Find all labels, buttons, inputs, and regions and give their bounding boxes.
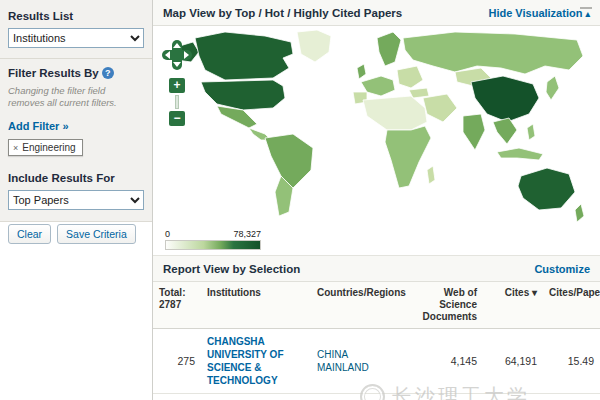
zoom-in-button[interactable]: + — [169, 78, 185, 93]
results-list-select[interactable]: Institutions — [8, 28, 144, 48]
map-region-canada[interactable] — [195, 32, 293, 80]
sort-desc-icon: ▾ — [532, 287, 537, 298]
country-link[interactable]: CHINA MAINLAND — [317, 349, 369, 373]
map-region-middle-east[interactable] — [423, 94, 457, 122]
map-region-north-africa[interactable] — [363, 96, 427, 130]
column-cites-sort[interactable]: Cites ▾ — [483, 282, 543, 329]
add-filter-link[interactable]: Add Filter » — [8, 120, 69, 132]
zoom-out-button[interactable]: − — [169, 111, 185, 126]
esi-app: Results List Institutions Filter Results… — [0, 0, 600, 400]
column-institutions: Institutions — [201, 282, 311, 329]
legend-gradient-bar — [165, 240, 261, 250]
row-cites: 64,191 — [483, 329, 543, 394]
remove-filter-icon[interactable]: × — [13, 143, 18, 153]
column-countries-regions: Countries/Regions — [311, 282, 403, 329]
sidebar-divider — [0, 58, 152, 59]
help-icon[interactable]: ? — [102, 67, 114, 79]
main-content: Map View by Top / Hot / Highly Cited Pap… — [153, 0, 600, 400]
map-region-new-zealand[interactable] — [575, 204, 584, 222]
report-title: Report View by Selection — [163, 263, 300, 275]
map-title: Map View by Top / Hot / Highly Cited Pap… — [163, 7, 402, 19]
map-region-japan[interactable] — [546, 76, 559, 100]
world-choropleth-map — [165, 30, 589, 228]
institution-link[interactable]: CHANGSHA UNIVERSITY OF SCIENCE & TECHNOL… — [207, 336, 284, 386]
column-total: Total: 2787 — [153, 282, 201, 329]
pan-right-icon[interactable] — [184, 51, 189, 59]
map-legend: 0 78,327 — [165, 229, 261, 250]
filter-chip-label: Engineering — [22, 142, 75, 153]
collapse-arrow-icon: ▴ — [585, 9, 590, 19]
row-documents: 4,145 — [403, 329, 483, 394]
top-right-dash — [580, 7, 592, 9]
include-results-select[interactable]: Top Papers — [8, 190, 144, 210]
map-zoom-control: + − — [169, 78, 185, 126]
map-region-brazil[interactable] — [265, 134, 313, 188]
report-header-bar: Report View by Selection Customize — [153, 256, 600, 282]
map-region-australia[interactable] — [518, 168, 575, 210]
map-region-madagascar[interactable] — [427, 166, 435, 184]
column-wos-documents: Web of Science Documents — [403, 282, 483, 329]
map-region-uk[interactable] — [357, 64, 366, 79]
row-cites-per-paper: 15.49 — [543, 329, 600, 394]
map-header-bar: Map View by Top / Hot / Highly Cited Pap… — [153, 0, 600, 26]
map-pan-control[interactable] — [162, 40, 192, 70]
map-region-usa[interactable] — [201, 80, 285, 110]
zoom-slider-track[interactable] — [175, 95, 179, 109]
pan-left-icon[interactable] — [165, 51, 170, 59]
map-view: + − 0 78,327 — [153, 26, 600, 256]
results-list-label: Results List — [8, 10, 144, 22]
map-region-scandinavia[interactable] — [377, 32, 401, 66]
sidebar: Results List Institutions Filter Results… — [0, 0, 153, 400]
column-cites-per-paper: Cites/Paper — [543, 282, 600, 329]
include-results-label: Include Results For — [8, 172, 144, 184]
row-count: 275 — [153, 329, 201, 394]
filter-note: Changing the filter field removes all cu… — [8, 85, 144, 110]
filter-results-by-label: Filter Results By? — [8, 67, 144, 79]
table-header-row: Total: 2787 Institutions Countries/Regio… — [153, 282, 600, 329]
sidebar-panel: Results List Institutions Filter Results… — [0, 0, 152, 222]
map-region-russia[interactable] — [403, 32, 583, 74]
clear-button[interactable]: Clear — [8, 224, 51, 244]
map-region-india[interactable] — [463, 114, 485, 150]
map-region-indonesia[interactable] — [497, 148, 543, 160]
pan-up-icon[interactable] — [173, 43, 181, 48]
filter-chip-engineering[interactable]: × Engineering — [8, 139, 83, 156]
legend-max-label: 78,327 — [233, 229, 261, 239]
map-region-southeast-asia[interactable] — [493, 118, 517, 144]
legend-min-label: 0 — [165, 229, 170, 239]
map-region-philippines[interactable] — [527, 124, 535, 140]
save-criteria-button[interactable]: Save Criteria — [57, 224, 136, 244]
report-table: Total: 2787 Institutions Countries/Regio… — [153, 282, 600, 394]
table-row: 275 CHANGSHA UNIVERSITY OF SCIENCE & TEC… — [153, 329, 600, 394]
hide-visualization-link[interactable]: Hide Visualization ▴ — [488, 7, 590, 19]
pan-down-icon[interactable] — [173, 62, 181, 67]
map-region-eastern-europe[interactable] — [397, 66, 423, 88]
map-region-greenland[interactable] — [297, 30, 331, 62]
map-region-southern-africa[interactable] — [385, 126, 431, 188]
customize-link[interactable]: Customize — [534, 263, 590, 275]
